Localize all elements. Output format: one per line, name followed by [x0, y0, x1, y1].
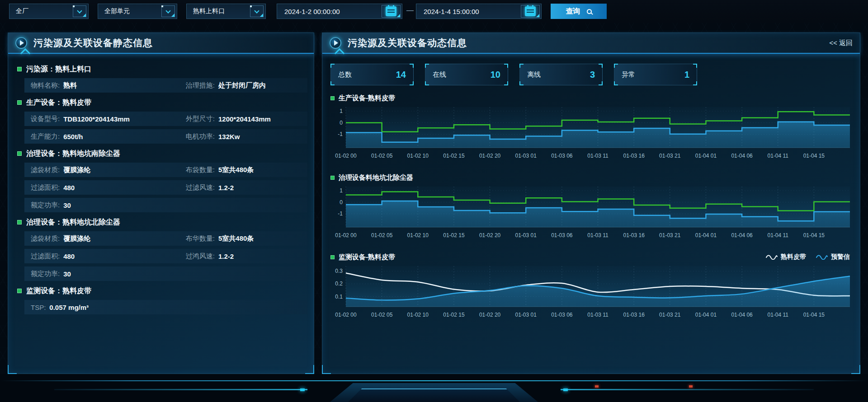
svg-text:0: 0: [340, 120, 343, 126]
field-label: 过滤面积:: [31, 183, 60, 192]
wave-line-icon: [766, 254, 778, 260]
section-title: 治理设备：熟料地坑南除尘器: [26, 149, 120, 159]
info-cell: 过鸿风速:1.2-2: [186, 252, 307, 261]
chart-legend: 熟料皮带预警信: [766, 253, 852, 261]
svg-text:-1: -1: [338, 210, 343, 217]
svg-text:01-04 01: 01-04 01: [695, 232, 717, 238]
treatment-step-chart: 10-101-02 0001-02 0501-02 1001-02 1501-0…: [330, 183, 852, 244]
select-plant[interactable]: 全厂: [9, 4, 89, 19]
field-label: 布华数量:: [186, 234, 215, 243]
field-label: 过鸿风速:: [186, 252, 215, 261]
field-value: 132Kw: [218, 133, 240, 140]
stat-value: 3: [590, 70, 595, 80]
select-source[interactable]: 熟料上料口: [186, 4, 266, 19]
svg-text:01-04 11: 01-04 11: [767, 312, 788, 318]
chart-block-production: 生产设备-熟料皮带 10-101-02 0001-02 0501-02 1001…: [330, 93, 852, 165]
svg-text:01-03 06: 01-03 06: [551, 232, 573, 238]
top-toolbar: 全厂 全部单元 熟料上料口 2024-1-2 00:00:00 — 2024-1…: [0, 0, 868, 23]
svg-text:0: 0: [340, 199, 343, 206]
field-value: 5室共480条: [218, 166, 254, 174]
svg-text:01-04 15: 01-04 15: [803, 312, 825, 318]
back-button[interactable]: << 返回: [829, 39, 853, 47]
svg-text:0.1: 0.1: [335, 294, 343, 300]
svg-text:-1: -1: [338, 131, 343, 137]
svg-text:1: 1: [340, 187, 343, 194]
info-cell: 生产能力:650t/h: [24, 132, 186, 141]
field-value: 1200*204143mm: [218, 115, 271, 123]
field-value: 0.057 mg/m³: [49, 304, 89, 311]
date-start-input[interactable]: 2024-1-2 00:00:00: [277, 4, 402, 19]
svg-text:01-03 21: 01-03 21: [659, 232, 681, 238]
svg-text:01-04 06: 01-04 06: [731, 153, 753, 159]
stat-box-总数: 总数14: [330, 64, 414, 85]
field-value: 覆膜涤纶: [63, 166, 90, 174]
field-label: 外型尺寸:: [186, 115, 215, 123]
info-row: 生产能力:650t/h电机功率:132Kw: [24, 129, 307, 144]
field-value: 30: [63, 270, 71, 278]
production-step-chart: 10-101-02 0001-02 0501-02 1001-02 1501-0…: [330, 103, 852, 165]
info-cell: 电机功率:132Kw: [186, 132, 307, 141]
field-label: 过滤面积:: [31, 252, 60, 261]
footer-node-icon: [563, 388, 568, 391]
svg-text:01-03 06: 01-03 06: [551, 153, 573, 159]
stat-label: 总数: [338, 70, 352, 79]
field-label: TSP:: [31, 304, 46, 311]
chart-block-monitor: 监测设备-熟料皮带 熟料皮带预警信 0.30.20.101-02 0001-02…: [330, 252, 852, 324]
monitor-smooth-chart: 0.30.20.101-02 0001-02 0501-02 1001-02 1…: [330, 262, 852, 324]
footer-decoration: [0, 374, 868, 402]
chart-svg: 10-101-02 0001-02 0501-02 1001-02 1501-0…: [330, 103, 853, 163]
info-cell: 物料名称:熟料: [24, 81, 186, 90]
field-value: 1.2-2: [218, 184, 234, 192]
section-title: 监测设备：熟料皮带: [26, 286, 91, 296]
date-end-value: 2024-1-4 15:00:00: [424, 8, 479, 15]
legend-label: 熟料皮带: [781, 253, 806, 261]
svg-text:0.2: 0.2: [335, 280, 343, 287]
select-unit[interactable]: 全部单元: [98, 4, 177, 19]
footer-trapezoid-inner: [348, 388, 520, 402]
info-row: 滤袋材质:覆膜涤纶布袋数量:5室共480条: [24, 163, 307, 177]
query-button[interactable]: 查询: [551, 4, 607, 19]
green-bullet-icon: [330, 96, 335, 100]
svg-text:0.3: 0.3: [335, 268, 343, 274]
info-cell: 外型尺寸:1200*204143mm: [186, 115, 307, 123]
field-value: 熟料: [63, 81, 77, 90]
svg-text:01-04 06: 01-04 06: [731, 312, 753, 318]
footer-rail-right: [561, 389, 814, 390]
svg-text:01-02 20: 01-02 20: [479, 312, 501, 318]
chevron-down-icon[interactable]: [250, 5, 264, 17]
search-icon: [587, 9, 592, 14]
info-cell: TSP:0.057 mg/m³: [24, 304, 186, 311]
info-row: 物料名称:熟料治理措施:处于封闭厂房内: [24, 78, 307, 93]
date-end-input[interactable]: 2024-1-4 15:00:00: [416, 4, 542, 19]
chevron-down-icon[interactable]: [161, 5, 175, 17]
svg-text:01-03 01: 01-03 01: [515, 153, 537, 159]
svg-text:01-04 15: 01-04 15: [803, 232, 825, 238]
svg-text:01-02 00: 01-02 00: [335, 312, 357, 318]
chevron-down-icon[interactable]: [73, 5, 86, 17]
svg-text:01-03 11: 01-03 11: [587, 312, 609, 318]
svg-text:01-03 16: 01-03 16: [623, 232, 645, 238]
calendar-icon[interactable]: [382, 5, 401, 18]
field-label: 物料名称:: [31, 81, 60, 90]
calendar-icon[interactable]: [521, 5, 540, 18]
info-cell: 布袋数量:5室共480条: [186, 166, 307, 174]
legend-item-预警信[interactable]: 预警信: [816, 253, 850, 261]
chart-title: 监测设备-熟料皮带: [339, 253, 395, 262]
info-row: 过滤面积:480过滤风速:1.2-2: [24, 180, 307, 195]
field-value: 1.2-2: [218, 252, 234, 260]
field-label: 额定功率:: [31, 270, 60, 278]
svg-text:01-04 11: 01-04 11: [767, 232, 788, 238]
info-cell: 过滤面积:480: [24, 183, 186, 192]
svg-text:1: 1: [340, 108, 343, 114]
select-unit-value: 全部单元: [104, 7, 130, 15]
info-cell: 过滤面积:480: [24, 252, 186, 261]
green-bullet-icon: [17, 151, 22, 156]
info-row: 额定功率:30: [24, 198, 307, 212]
stat-value: 1: [684, 70, 689, 80]
dynamic-panel-title: 污染源及关联设备动态信息: [348, 37, 467, 49]
field-value: 30: [63, 201, 71, 209]
section-title: 污染源：熟料上料口: [26, 65, 91, 74]
legend-item-熟料皮带[interactable]: 熟料皮带: [766, 253, 806, 261]
svg-text:01-03 01: 01-03 01: [515, 232, 537, 238]
dynamic-panel-header: 污染源及关联设备动态信息 << 返回: [322, 33, 860, 54]
